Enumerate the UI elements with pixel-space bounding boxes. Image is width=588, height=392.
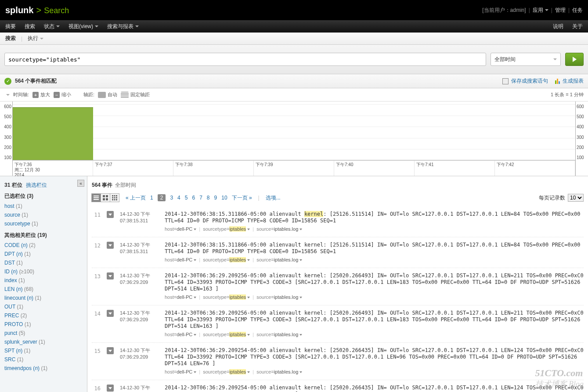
- event-number: 13: [92, 272, 101, 301]
- event-expand-button[interactable]: [107, 310, 114, 317]
- events-list: 1114-12-30 下午07:38:15.3112014-12-30T06:3…: [92, 207, 584, 392]
- field-linecount[interactable]: linecount (n) (1): [4, 294, 83, 302]
- y-tick: 300: [0, 135, 11, 140]
- event-expand-button[interactable]: [107, 385, 114, 392]
- field-index[interactable]: index (1): [4, 276, 83, 285]
- zoom-out-button[interactable]: −缩小: [54, 91, 71, 98]
- chevron-down-icon: [108, 312, 112, 315]
- menu-right-1[interactable]: 关于: [572, 23, 583, 30]
- view-list-button[interactable]: [91, 193, 101, 202]
- event-timestamp: 14-12-30 下午07:36:29.209: [120, 310, 159, 338]
- check-icon: ✓: [4, 78, 11, 85]
- field-splunk_server[interactable]: splunk_server (1): [4, 338, 83, 346]
- chevron-down-icon: [108, 214, 112, 216]
- per-page-select[interactable]: 10: [568, 194, 584, 202]
- top-bar: splunk > Search [当前用户：admin] | 应用 | 管理 |…: [0, 0, 588, 20]
- manage-link[interactable]: 管理: [555, 7, 566, 14]
- save-icon: [502, 78, 509, 84]
- field-ID[interactable]: ID (n) (≥100): [4, 267, 83, 276]
- pager-page-6[interactable]: 6: [192, 195, 195, 201]
- view-table-button[interactable]: [101, 193, 110, 202]
- chevron-down-icon: [108, 350, 112, 352]
- axis-fixed-button[interactable]: 固定轴距: [121, 91, 150, 98]
- timeline-chart: 600500400300200100 下午7:36周二 12月 302014下午…: [0, 102, 588, 176]
- zoom-in-button[interactable]: +放大: [32, 91, 50, 98]
- svg-rect-4: [106, 195, 108, 197]
- event-raw[interactable]: 2014-12-30T06:38:15.311866-05:00 alienva…: [165, 211, 584, 232]
- field-timeendpos[interactable]: timeendpos (n) (1): [4, 364, 83, 373]
- pager-prev[interactable]: « 上一页: [126, 194, 146, 202]
- event-raw[interactable]: 2014-12-30T06:36:29.209256-05:00 alienva…: [165, 310, 584, 338]
- field-DST[interactable]: DST (1): [4, 258, 83, 267]
- menu-item-2[interactable]: 状态: [44, 23, 60, 30]
- event-expand-button[interactable]: [107, 272, 114, 279]
- event-raw[interactable]: 2014-12-30T06:38:15.311866-05:00 alienva…: [165, 242, 584, 263]
- search-input[interactable]: [4, 53, 486, 66]
- y-tick: 400: [0, 124, 11, 129]
- pager-options-link[interactable]: 选项...: [266, 194, 281, 202]
- event-meta[interactable]: host=dell-PC|sourcetype=iptables|source=…: [165, 369, 584, 375]
- event-meta[interactable]: host=dell-PC|sourcetype=iptables|source=…: [165, 331, 584, 338]
- pager-next[interactable]: 下一页 »: [232, 194, 252, 202]
- y-tick: 500: [577, 114, 588, 119]
- bars-icon: [98, 92, 106, 98]
- event-raw[interactable]: 2014-12-30T06:36:29.209256-05:00 alienva…: [165, 272, 584, 301]
- field-LEN[interactable]: LEN (n) (68): [4, 285, 83, 294]
- pager-page-3[interactable]: 3: [170, 195, 173, 201]
- field-OUT[interactable]: OUT (1): [4, 302, 83, 311]
- field-source[interactable]: source (1): [4, 211, 83, 219]
- pick-fields-link[interactable]: 挑选栏位: [26, 181, 47, 189]
- svg-rect-2: [94, 199, 99, 200]
- timeline-label: 时间轴:: [13, 91, 29, 98]
- pager-page-7[interactable]: 7: [199, 195, 202, 201]
- menu-right-0[interactable]: 说明: [553, 23, 563, 30]
- logo-wrap: splunk > Search: [5, 5, 69, 15]
- event-expand-button[interactable]: [107, 211, 114, 218]
- event-meta[interactable]: host=dell-PC|sourcetype=iptables|source=…: [165, 257, 584, 263]
- field-DPT[interactable]: DPT (n) (1): [4, 250, 83, 258]
- generate-report-button[interactable]: 生成报表: [555, 77, 584, 85]
- pager-page-2[interactable]: 2: [158, 194, 166, 201]
- field-PROTO[interactable]: PROTO (1): [4, 320, 83, 329]
- caret-down-icon[interactable]: [6, 94, 10, 96]
- pager-page-5[interactable]: 5: [185, 195, 188, 201]
- event-meta[interactable]: host=dell-PC|sourcetype=iptables|source=…: [165, 226, 584, 232]
- pager-page-8[interactable]: 8: [207, 195, 210, 201]
- search-button[interactable]: [565, 53, 584, 66]
- view-grid-button[interactable]: [110, 193, 119, 202]
- event-meta[interactable]: host=dell-PC|sourcetype=iptables|source=…: [165, 294, 584, 301]
- pager-page-1[interactable]: 1: [150, 195, 153, 201]
- axis-auto-button[interactable]: 自动: [98, 91, 117, 98]
- apps-link[interactable]: 应用: [533, 7, 548, 14]
- field-punct[interactable]: punct (5): [4, 329, 83, 338]
- x-tick: 下午7:41: [415, 160, 495, 176]
- pager-page-4[interactable]: 4: [177, 195, 180, 201]
- menu-item-3[interactable]: 视图(view): [69, 23, 98, 30]
- axis-label: 轴距:: [83, 91, 94, 98]
- field-CODE[interactable]: CODE (n) (2): [4, 241, 83, 250]
- menu-item-1[interactable]: 搜索: [25, 23, 35, 30]
- field-host[interactable]: host (1): [4, 202, 83, 211]
- field-SPT[interactable]: SPT (n) (1): [4, 346, 83, 355]
- event-expand-button[interactable]: [107, 242, 114, 249]
- jobs-link[interactable]: 任务: [572, 7, 583, 14]
- subbar-execute[interactable]: 执行: [28, 35, 43, 42]
- field-SRC[interactable]: SRC (1): [4, 355, 83, 364]
- menu-item-4[interactable]: 搜索与报表: [107, 23, 139, 30]
- time-picker[interactable]: 全部时间: [491, 53, 561, 66]
- chart-body[interactable]: 下午7:36周二 12月 302014下午7:37下午7:38下午7:39下午7…: [12, 102, 576, 176]
- event-raw[interactable]: 2014-12-30T06:36:29.209254-05:00 alienva…: [165, 385, 584, 392]
- field-sourcetype[interactable]: sourcetype (1): [4, 219, 83, 228]
- menu-item-0[interactable]: 摘要: [5, 23, 16, 30]
- pager-page-9[interactable]: 9: [214, 195, 217, 201]
- event-raw[interactable]: 2014-12-30T06:36:29.209254-05:00 alienva…: [165, 347, 584, 375]
- save-search-button[interactable]: 保存成搜索语句: [502, 77, 548, 85]
- field-PREC[interactable]: PREC (2): [4, 311, 83, 320]
- collapse-sidebar-button[interactable]: «: [77, 180, 84, 187]
- pager-page-10[interactable]: 10: [221, 195, 227, 201]
- pager: « 上一页12345678910下一页 »: [126, 194, 252, 202]
- timeline-controls: 时间轴: +放大 −缩小 轴距: 自动 固定轴距 1 长条 = 1 分钟: [0, 88, 588, 102]
- subbar-search[interactable]: 搜索: [5, 35, 16, 42]
- event-expand-button[interactable]: [107, 347, 114, 354]
- chart-bar[interactable]: [13, 107, 93, 160]
